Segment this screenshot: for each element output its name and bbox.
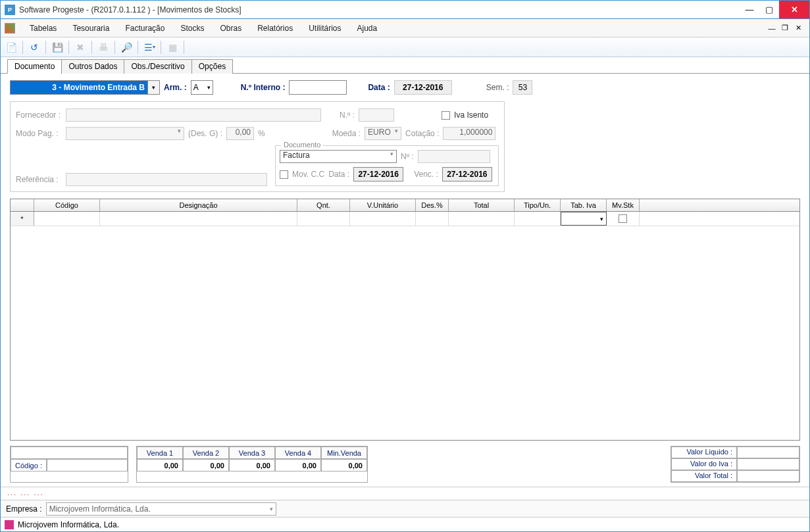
codigo-blank	[11, 447, 128, 459]
no-input[interactable]	[359, 109, 394, 122]
empresa-select[interactable]: Microjovem Informática, Lda. ▾	[46, 502, 276, 516]
movimento-type-caret[interactable]: ▾	[148, 80, 160, 95]
menu-tesouraria[interactable]: Tesouraria	[64, 19, 117, 37]
venc-value[interactable]: 27-12-2016	[442, 167, 492, 181]
app-window: P Software Progeste - (R2017.0.1.112 ) -…	[0, 0, 810, 532]
menu-facturacao[interactable]: Facturação	[117, 19, 172, 37]
cell-despercent[interactable]	[416, 212, 449, 226]
movimento-type-select[interactable]: 3 - Movimento Entrada B	[10, 80, 148, 95]
cotacao-input[interactable]: 1,000000	[443, 127, 495, 140]
print-button[interactable]: 🖶	[95, 39, 111, 55]
valor-iva-label: Valor do Iva :	[671, 458, 737, 470]
mov-cc-checkbox[interactable]	[280, 170, 288, 179]
empresa-bar: Empresa : Microjovem Informática, Lda. ▾	[1, 500, 809, 517]
menu-stocks[interactable]: Stocks	[172, 19, 212, 37]
codigo-value[interactable]	[47, 459, 128, 472]
new-button[interactable]: 📄	[3, 39, 19, 55]
company-name: Microjovem Informática, Lda.	[18, 520, 119, 529]
delete-button[interactable]: ✖	[72, 39, 88, 55]
tab-opcoes[interactable]: Opções	[191, 59, 233, 74]
venda4-head: Venda 4	[275, 447, 321, 459]
iva-isento-label: Iva Isento	[454, 110, 488, 120]
chevron-down-icon: ▾	[270, 506, 273, 512]
codigo-panel: Código :	[10, 446, 128, 483]
col-total[interactable]: Total	[449, 199, 515, 211]
tab-documento[interactable]: Documento	[7, 59, 62, 74]
col-designacao[interactable]: Designação	[100, 199, 297, 211]
menu-ajuda[interactable]: Ajuda	[349, 19, 386, 37]
referencia-input[interactable]	[66, 173, 267, 186]
codigo-label: Código :	[11, 459, 47, 472]
cell-vunitario[interactable]	[350, 212, 416, 226]
venda3-head: Venda 3	[229, 447, 275, 459]
window-controls: — ▢ ✕	[740, 1, 809, 18]
items-grid[interactable]: Código Designação Qnt. V.Unitário Des.% …	[10, 199, 800, 441]
minimize-button[interactable]: —	[740, 1, 759, 18]
cell-tipoun[interactable]	[515, 212, 561, 226]
tab-obs-descritivo[interactable]: Obs./Descritivo	[124, 59, 191, 74]
col-codigo[interactable]: Código	[34, 199, 100, 211]
referencia-label: Referência :	[16, 175, 62, 184]
documento-legend: Documento	[281, 141, 323, 149]
totals-panel: Valor Liquido : Valor do Iva : Valor Tot…	[671, 446, 800, 483]
col-despercent[interactable]: Des.%	[416, 199, 449, 211]
menu-tabelas[interactable]: Tabelas	[22, 19, 64, 37]
cell-tabiva[interactable]: ▾	[561, 212, 607, 226]
doc-no-label: Nº :	[401, 152, 414, 161]
bottom-bar: Microjovem Informática, Lda.	[1, 517, 809, 531]
cotacao-label: Cotação :	[405, 129, 439, 138]
col-vunitario[interactable]: V.Unitário	[350, 199, 416, 211]
grid-new-row[interactable]: * ▾	[11, 212, 799, 226]
sem-label: Sem. :	[486, 83, 509, 92]
valor-total-label: Valor Total :	[671, 470, 737, 482]
mdi-minimize[interactable]: —	[767, 24, 776, 33]
modo-pag-select[interactable]: ▾	[66, 127, 184, 140]
mdi-restore[interactable]: ❐	[780, 24, 790, 33]
cell-qnt[interactable]	[297, 212, 350, 226]
menu-relatorios[interactable]: Relatórios	[249, 19, 301, 37]
doc-no-input[interactable]	[418, 150, 490, 163]
filter-button[interactable]: ☰▾	[141, 39, 157, 55]
iva-isento-checkbox[interactable]	[442, 111, 450, 120]
sem-value: 53	[513, 80, 532, 95]
col-mvstk[interactable]: Mv.Stk	[607, 199, 640, 211]
venda1-head: Venda 1	[137, 447, 183, 459]
valor-total-value	[737, 470, 799, 482]
menu-utilitarios[interactable]: Utilitários	[301, 19, 349, 37]
grid-header: Código Designação Qnt. V.Unitário Des.% …	[11, 199, 799, 212]
desg-input[interactable]: 0,00	[226, 127, 254, 140]
valor-liquido-value	[737, 447, 799, 458]
menu-obras[interactable]: Obras	[212, 19, 249, 37]
fornecedor-input[interactable]	[66, 109, 321, 122]
tab-outros-dados[interactable]: Outros Dados	[61, 59, 124, 74]
close-button[interactable]: ✕	[779, 1, 809, 18]
minvenda-head: Min.Venda	[321, 447, 367, 459]
refresh-button[interactable]: ↺	[26, 39, 42, 55]
mov-data-value[interactable]: 27-12-2016	[353, 167, 403, 181]
mvstk-checkbox[interactable]	[619, 214, 627, 223]
content-area: 3 - Movimento Entrada B ▾ Arm. : A▾ N.º …	[1, 74, 809, 487]
mdi-close[interactable]: ✕	[794, 24, 803, 33]
num-interno-input[interactable]	[289, 80, 347, 95]
extra-button[interactable]: ▦	[165, 39, 180, 55]
doc-type-select[interactable]: Factura▾	[280, 150, 397, 163]
menu-app-icon	[5, 23, 15, 34]
titlebar: P Software Progeste - (R2017.0.1.112 ) -…	[1, 1, 809, 19]
data-value[interactable]: 27-12-2016	[394, 80, 452, 95]
mov-data-label: Data :	[328, 170, 349, 179]
cell-total[interactable]	[449, 212, 515, 226]
search-button[interactable]: 🔎	[118, 39, 134, 55]
mdi-controls: — ❐ ✕	[767, 24, 805, 33]
maximize-button[interactable]: ▢	[759, 1, 779, 18]
arm-select[interactable]: A▾	[191, 80, 213, 95]
col-tabiva[interactable]: Tab. Iva	[561, 199, 607, 211]
cell-designacao[interactable]	[100, 212, 297, 226]
moeda-select[interactable]: EURO▾	[365, 127, 401, 140]
cell-codigo[interactable]	[34, 212, 100, 226]
venda3-val: 0,00	[229, 459, 275, 472]
cell-mvstk[interactable]	[607, 212, 640, 226]
details-group: Fornecedor : N.º : Iva Isento Modo Pag. …	[10, 101, 505, 192]
col-qnt[interactable]: Qnt.	[297, 199, 350, 211]
save-button[interactable]: 💾	[49, 39, 65, 55]
col-tipoun[interactable]: Tipo/Un.	[515, 199, 561, 211]
